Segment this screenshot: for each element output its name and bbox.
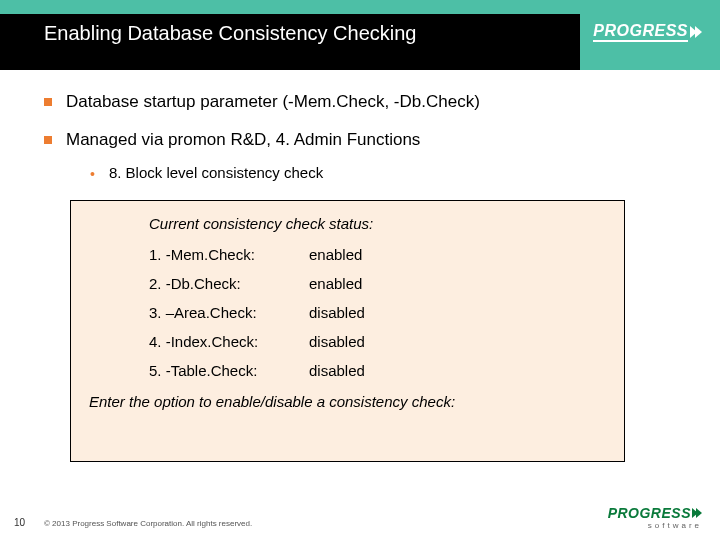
square-bullet-icon [44, 136, 52, 144]
status-row: 1. -Mem.Check: enabled [149, 246, 606, 263]
status-label: 5. -Table.Check: [149, 362, 309, 379]
status-label: 2. -Db.Check: [149, 275, 309, 292]
status-value: enabled [309, 246, 362, 263]
copyright: © 2013 Progress Software Corporation. Al… [44, 519, 252, 528]
brand-sub: software [648, 522, 702, 530]
square-bullet-icon [44, 98, 52, 106]
status-value: enabled [309, 275, 362, 292]
bullet-text: Managed via promon R&D, 4. Admin Functio… [66, 130, 420, 150]
brand-name: PROGRESS [593, 22, 688, 42]
dot-bullet-icon: • [90, 164, 95, 184]
status-value: disabled [309, 362, 365, 379]
header: Enabling Database Consistency Checking P… [0, 0, 720, 70]
brand-arrows-icon [694, 508, 702, 518]
status-label: 4. -Index.Check: [149, 333, 309, 350]
bullet-item: Managed via promon R&D, 4. Admin Functio… [44, 130, 690, 150]
status-row: 2. -Db.Check: enabled [149, 275, 606, 292]
status-row: 4. -Index.Check: disabled [149, 333, 606, 350]
status-label: 3. –Area.Check: [149, 304, 309, 321]
brand-logo-top: PROGRESS [593, 22, 702, 42]
status-value: disabled [309, 333, 365, 350]
status-value: disabled [309, 304, 365, 321]
status-prompt: Enter the option to enable/disable a con… [89, 393, 606, 410]
page-number: 10 [14, 517, 25, 528]
slide: Enabling Database Consistency Checking P… [0, 0, 720, 540]
slide-title: Enabling Database Consistency Checking [44, 22, 416, 45]
status-box: Current consistency check status: 1. -Me… [70, 200, 625, 462]
brand-name-bottom: PROGRESS [608, 506, 702, 520]
status-row: 3. –Area.Check: disabled [149, 304, 606, 321]
status-row: 5. -Table.Check: disabled [149, 362, 606, 379]
bullet-item: Database startup parameter (-Mem.Check, … [44, 92, 690, 112]
sub-bullet-text: 8. Block level consistency check [109, 164, 323, 181]
brand-logo-bottom: PROGRESS software [608, 506, 702, 530]
sub-bullet-item: • 8. Block level consistency check [90, 164, 690, 184]
content: Database startup parameter (-Mem.Check, … [44, 92, 690, 194]
bullet-text: Database startup parameter (-Mem.Check, … [66, 92, 480, 112]
brand-arrows-icon [692, 26, 702, 38]
brand-text: PROGRESS [608, 506, 691, 520]
status-label: 1. -Mem.Check: [149, 246, 309, 263]
slide-title-bar: Enabling Database Consistency Checking [0, 14, 580, 70]
status-title: Current consistency check status: [149, 215, 606, 232]
